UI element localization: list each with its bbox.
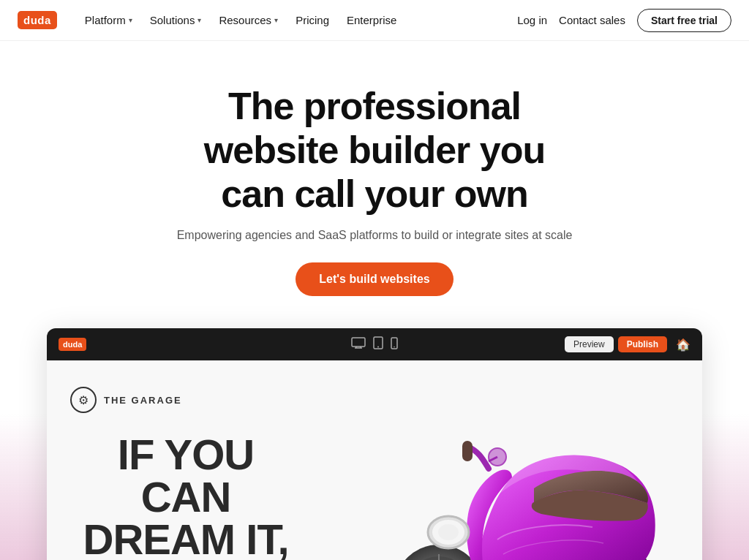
svg-rect-27 (462, 441, 473, 461)
brand-icon: ⚙ (70, 387, 97, 413)
login-link[interactable]: Log in (517, 14, 547, 26)
nav-right: Log in Contact sales Start free trial (517, 9, 731, 32)
mobile-view-button[interactable] (391, 337, 398, 352)
chevron-down-icon: ▾ (129, 16, 132, 24)
browser-mockup: duda (47, 328, 702, 560)
hero-headline-line1: The professional (228, 85, 521, 127)
nav-links: Platform ▾ Solutions ▾ Resources ▾ Prici… (78, 10, 517, 31)
nav-platform[interactable]: Platform ▾ (78, 10, 140, 31)
desktop-view-button[interactable] (351, 337, 366, 352)
publish-button[interactable]: Publish (618, 336, 667, 352)
logo-text: duda (18, 11, 57, 29)
navigation: duda Platform ▾ Solutions ▾ Resources ▾ … (0, 0, 749, 41)
hero-headline: The professional website builder you can… (177, 85, 572, 216)
nav-solutions-label: Solutions (150, 14, 195, 26)
browser-actions: Preview Publish 🏠 (565, 336, 690, 352)
svg-rect-0 (352, 338, 365, 347)
nav-resources[interactable]: Resources ▾ (211, 10, 285, 31)
nav-solutions[interactable]: Solutions ▾ (143, 10, 209, 31)
brand-name: THE GARAGE (104, 395, 182, 406)
svg-point-5 (377, 347, 379, 348)
site-scooter-image (325, 360, 702, 560)
site-headline: IF YOU CAN DREAM IT, WE CAN BUILD IT. (70, 434, 301, 560)
chevron-down-icon: ▾ (197, 16, 201, 24)
contact-sales-link[interactable]: Contact sales (559, 14, 625, 26)
browser-toolbar: duda (47, 328, 702, 360)
hero-headline-line3: can call your own (221, 173, 527, 215)
hero-headline-line2: website builder you (204, 129, 545, 171)
preview-button[interactable]: Preview (565, 336, 614, 352)
tablet-view-button[interactable] (373, 336, 383, 352)
nav-platform-label: Platform (85, 14, 126, 26)
site-brand: ⚙ THE GARAGE (70, 387, 301, 413)
hero-section: The professional website builder you can… (0, 41, 749, 560)
logo[interactable]: duda (18, 11, 57, 29)
hero-subheadline: Empowering agencies and SaaS platforms t… (18, 229, 731, 242)
site-content-preview: ⚙ THE GARAGE IF YOU CAN DREAM IT, WE CAN… (47, 360, 702, 560)
site-headline-line2: DREAM IT, (70, 518, 301, 560)
home-icon[interactable]: 🏠 (676, 338, 690, 352)
nav-enterprise-label: Enterprise (347, 14, 396, 26)
nav-enterprise[interactable]: Enterprise (339, 10, 404, 31)
start-free-trial-button[interactable]: Start free trial (637, 9, 731, 32)
nav-resources-label: Resources (219, 14, 271, 26)
site-left-panel: ⚙ THE GARAGE IF YOU CAN DREAM IT, WE CAN… (47, 360, 325, 560)
nav-pricing-label: Pricing (296, 14, 329, 26)
svg-point-25 (438, 524, 459, 540)
nav-pricing[interactable]: Pricing (288, 10, 336, 31)
svg-point-7 (394, 347, 395, 348)
site-headline-line1: IF YOU CAN (70, 434, 301, 518)
hero-cta-button[interactable]: Let's build websites (296, 262, 453, 296)
chevron-down-icon: ▾ (274, 16, 278, 24)
browser-device-icons (351, 336, 398, 352)
browser-logo: duda (59, 338, 86, 351)
